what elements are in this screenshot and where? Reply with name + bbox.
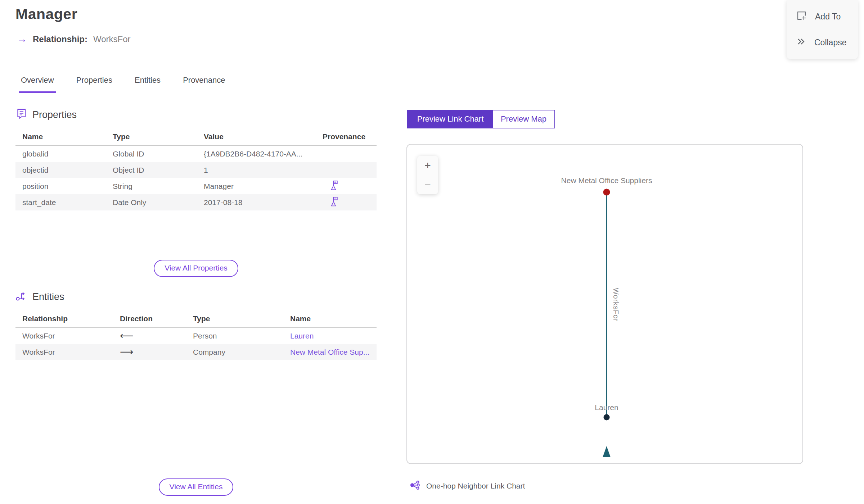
edge-arrow-up-icon — [603, 446, 611, 457]
property-name: objectid — [15, 162, 113, 178]
node-label-company: New Metal Office Suppliers — [561, 176, 652, 185]
property-type: Global ID — [113, 146, 204, 162]
column-header: Direction — [120, 311, 193, 327]
collapse-button[interactable]: Collapse — [787, 36, 858, 49]
zoom-out-button[interactable]: − — [417, 175, 438, 194]
property-value: 1 — [204, 162, 323, 178]
relationship-value: WorksFor — [93, 34, 131, 44]
tab-properties[interactable]: Properties — [74, 76, 114, 93]
direction-arrow-right-icon: ⟶ — [120, 346, 133, 358]
properties-heading-label: Properties — [32, 109, 77, 121]
relationship-label: Relationship: — [33, 34, 87, 44]
table-row: globalid Global ID {1A9DB2B6-D482-4170-A… — [15, 146, 377, 162]
relationship-arrow-icon: → — [17, 34, 27, 44]
entities-icon — [15, 290, 27, 304]
property-name: position — [15, 178, 113, 194]
column-header: Relationship — [15, 311, 120, 327]
preview-link-chart-toggle[interactable]: Preview Link Chart — [408, 110, 493, 128]
tab-provenance[interactable]: Provenance — [181, 76, 227, 93]
property-value: 2017-08-18 — [204, 194, 323, 210]
collapse-label: Collapse — [814, 38, 847, 47]
preview-map-toggle[interactable]: Preview Map — [493, 110, 554, 128]
chart-caption-label: One-hop Neighbor Link Chart — [426, 482, 525, 490]
one-hop-neighbor-icon — [410, 480, 421, 492]
chart-caption: One-hop Neighbor Link Chart — [410, 480, 525, 492]
property-type: Date Only — [113, 194, 204, 210]
node-company-dot[interactable] — [603, 189, 610, 196]
entities-table: Relationship Direction Type Name WorksFo… — [15, 311, 377, 360]
actions-card: Add To Collapse — [787, 0, 858, 59]
entity-relationship: WorksFor — [15, 344, 120, 360]
node-person-dot[interactable] — [604, 414, 610, 421]
entities-table-header: Relationship Direction Type Name — [15, 311, 377, 328]
entity-type: Person — [193, 328, 290, 344]
node-label-person: Lauren — [595, 403, 618, 412]
properties-table-header: Name Type Value Provenance — [15, 129, 377, 146]
view-all-entities-button[interactable]: View All Entities — [159, 478, 234, 496]
column-header: Value — [204, 129, 323, 145]
view-all-entities-wrap: View All Entities — [15, 478, 377, 496]
entities-heading-label: Entities — [32, 291, 64, 303]
tab-entities[interactable]: Entities — [132, 76, 163, 93]
property-type: Object ID — [113, 162, 204, 178]
entity-type: Company — [193, 344, 290, 360]
column-header: Type — [113, 129, 204, 145]
edge-label-worksfor: WorksFor — [612, 288, 620, 322]
properties-icon — [15, 108, 27, 122]
property-value: Manager — [204, 178, 323, 194]
table-row: WorksFor ⟵ Person Lauren — [15, 328, 377, 344]
table-row: WorksFor ⟶ Company New Metal Office Sup.… — [15, 344, 377, 360]
column-header: Name — [15, 129, 113, 145]
properties-table: Name Type Value Provenance globalid Glob… — [15, 129, 377, 210]
relationship-subtitle: → Relationship: WorksFor — [17, 34, 131, 44]
properties-section-heading: Properties — [15, 108, 77, 122]
add-to-icon — [796, 10, 807, 23]
tab-bar: Overview Properties Entities Provenance — [19, 76, 228, 93]
view-all-properties-button[interactable]: View All Properties — [154, 260, 238, 277]
provenance-flag-icon[interactable] — [330, 180, 339, 192]
direction-arrow-left-icon: ⟵ — [120, 330, 133, 341]
entity-relationship: WorksFor — [15, 328, 120, 344]
edge-line-worksfor — [606, 195, 607, 417]
view-all-properties-wrap: View All Properties — [15, 260, 377, 277]
add-to-label: Add To — [815, 12, 841, 22]
property-name: globalid — [15, 146, 113, 162]
table-row: position String Manager — [15, 178, 377, 194]
entity-name-link[interactable]: Lauren — [290, 332, 314, 340]
column-header: Name — [290, 311, 377, 327]
table-row: start_date Date Only 2017-08-18 — [15, 194, 377, 210]
table-row: objectid Object ID 1 — [15, 162, 377, 178]
column-header: Provenance — [323, 129, 377, 145]
column-header: Type — [193, 311, 290, 327]
preview-toggle-group: Preview Link Chart Preview Map — [407, 110, 555, 128]
entities-section-heading: Entities — [15, 290, 64, 304]
zoom-in-button[interactable]: + — [417, 156, 438, 175]
property-name: start_date — [15, 194, 113, 210]
link-chart-panel: + − New Metal Office Suppliers WorksFor … — [406, 144, 803, 464]
property-type: String — [113, 178, 204, 194]
provenance-flag-icon[interactable] — [330, 196, 339, 209]
entity-name-link[interactable]: New Metal Office Sup... — [290, 348, 369, 357]
tab-overview[interactable]: Overview — [19, 76, 56, 93]
property-value: {1A9DB2B6-D482-4170-AA... — [204, 146, 323, 162]
page-title: Manager — [15, 6, 77, 23]
collapse-icon — [796, 36, 806, 49]
zoom-control: + − — [417, 156, 438, 194]
add-to-button[interactable]: Add To — [787, 10, 858, 23]
